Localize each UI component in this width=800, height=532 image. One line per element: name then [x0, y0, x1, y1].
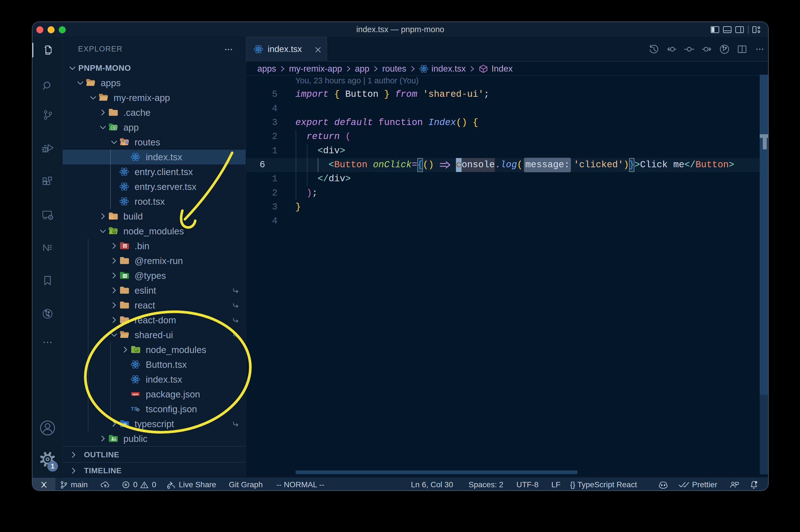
svg-text:npm: npm	[132, 393, 138, 396]
svg-text:JS: JS	[113, 231, 116, 233]
svg-text:TS: TS	[123, 423, 127, 426]
svg-text:10: 10	[124, 246, 126, 248]
svg-text:TS: TS	[131, 406, 138, 412]
svg-text:TS: TS	[123, 275, 127, 278]
svg-text:JS: JS	[135, 349, 138, 352]
